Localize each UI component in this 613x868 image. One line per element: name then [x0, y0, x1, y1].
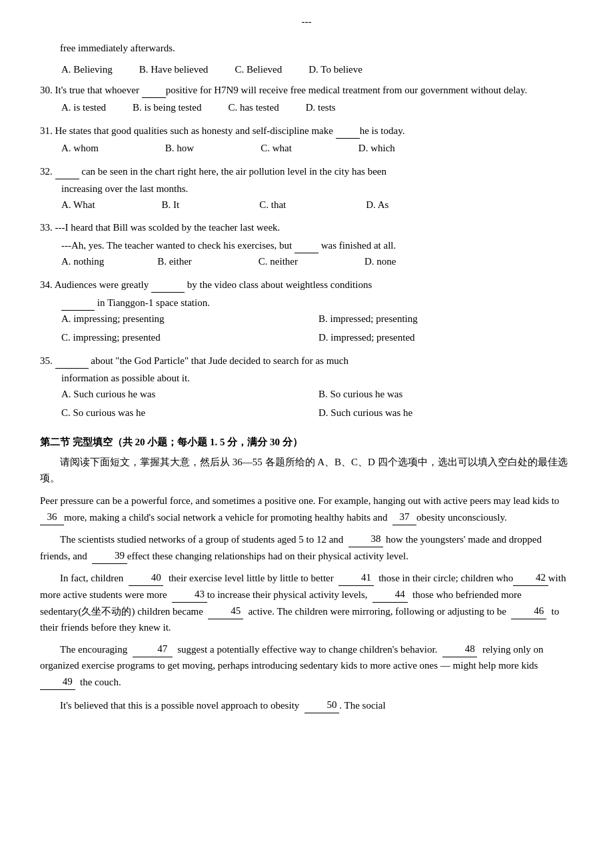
- question-33-options: A. nothing B. either C. neither D. none: [61, 253, 573, 269]
- option-30-d: D. tests: [306, 99, 336, 115]
- blank-47: 47: [133, 641, 173, 657]
- question-32-cont: increasing over the last months.: [61, 181, 573, 197]
- passage-para-1: Peer pressure can be a powerful force, a…: [40, 493, 573, 525]
- question-32-text: 32. can be seen in the chart right here,…: [40, 163, 573, 179]
- option-31-d: D. which: [358, 140, 395, 156]
- option-35-c: C. So curious was he: [61, 405, 316, 421]
- passage-para-4: The encouraging 47 suggest a potentially…: [40, 641, 573, 690]
- question-34-options: A. impressing; presenting B. impressed; …: [61, 311, 573, 345]
- section2-instruction: 请阅读下面短文，掌握其大意，然后从 36—55 各题所给的 A、B、C、D 四个…: [40, 454, 573, 486]
- question-33-text2: ---Ah, yes. The teacher wanted to check …: [61, 237, 573, 253]
- option-35-a: A. Such curious he was: [61, 386, 316, 402]
- option-d: D. To believe: [308, 61, 362, 77]
- passage-block: Peer pressure can be a powerful force, a…: [40, 493, 573, 713]
- blank-34b: [61, 294, 95, 311]
- option-33-b: B. either: [157, 253, 192, 269]
- question-34-cont: in Tianggon-1 space station.: [61, 294, 573, 311]
- blank-45: 45: [208, 603, 243, 619]
- option-c: C. Believed: [235, 61, 282, 77]
- section2-block: 第二节 完型填空（共 20 小题；每小题 1. 5 分，满分 30 分） 请阅读…: [40, 434, 573, 486]
- blank-38: 38: [348, 531, 384, 547]
- option-a: A. Believing: [61, 61, 113, 77]
- question-30: 30. It's true that whoever positive for …: [40, 81, 573, 115]
- blank-32: [55, 163, 79, 179]
- blank-40: 40: [129, 569, 164, 586]
- blank-30: [142, 81, 166, 98]
- blank-48: 48: [442, 641, 478, 657]
- option-30-c: C. has tested: [228, 99, 279, 115]
- option-32-a: A. What: [61, 197, 95, 213]
- option-33-c: C. neither: [259, 253, 298, 269]
- blank-39: 39: [92, 547, 127, 564]
- passage-para-3: In fact, children 40 their exercise leve…: [40, 569, 573, 635]
- option-34-a: A. impressing; presenting: [61, 311, 316, 327]
- option-33-a: A. nothing: [61, 253, 104, 269]
- question-31-text: 31. He states that good qualities such a…: [40, 122, 573, 139]
- option-30-a: A. is tested: [61, 99, 106, 115]
- passage-para-5: It's believed that this is a possible no…: [40, 697, 573, 713]
- option-32-d: D. As: [366, 197, 388, 213]
- option-31-b: B. how: [165, 140, 194, 156]
- option-b: B. Have believed: [139, 61, 209, 77]
- question-35-options: A. Such curious he was B. So curious he …: [61, 386, 573, 421]
- option-34-d: D. impressed; presented: [318, 329, 573, 345]
- blank-36: 36: [40, 509, 64, 525]
- blank-49: 49: [40, 673, 75, 690]
- option-34-b: B. impressed; presenting: [318, 311, 573, 327]
- blank-50: 50: [305, 697, 340, 713]
- blank-43: 43: [172, 586, 207, 603]
- intro-text: free immediately afterwards.: [40, 40, 573, 56]
- question-33: 33. ---I heard that Bill was scolded by …: [40, 219, 573, 269]
- option-33-d: D. none: [364, 253, 396, 269]
- question-31: 31. He states that good qualities such a…: [40, 122, 573, 156]
- option-32-b: B. It: [162, 197, 180, 213]
- question-34: 34. Audiences were greatly by the video …: [40, 276, 573, 345]
- page-separator: ---: [40, 13, 573, 29]
- option-35-b: B. So curious he was: [318, 386, 573, 402]
- blank-44: 44: [372, 586, 408, 603]
- question-30-options: A. is tested B. is being tested C. has t…: [61, 99, 573, 115]
- blank-46: 46: [511, 603, 546, 619]
- question-31-options: A. whom B. how C. what D. which: [61, 140, 573, 156]
- intro-options: A. Believing B. Have believed C. Believe…: [61, 61, 573, 77]
- option-35-d: D. Such curious was he: [318, 405, 573, 421]
- blank-31: [336, 122, 360, 139]
- option-32-c: C. that: [259, 197, 286, 213]
- option-31-c: C. what: [261, 140, 292, 156]
- question-32-options: A. What B. It C. that D. As: [61, 197, 573, 213]
- blank-37: 37: [392, 509, 416, 525]
- blank-42: 42: [513, 569, 548, 586]
- question-35: 35. about "the God Particle" that Jude d…: [40, 352, 573, 421]
- question-33-text1: 33. ---I heard that Bill was scolded by …: [40, 219, 573, 235]
- question-30-text: 30. It's true that whoever positive for …: [40, 81, 573, 98]
- question-34-text: 34. Audiences were greatly by the video …: [40, 276, 573, 293]
- option-34-c: C. impressing; presented: [61, 329, 316, 345]
- section2-title: 第二节 完型填空（共 20 小题；每小题 1. 5 分，满分 30 分）: [40, 434, 573, 450]
- question-35-cont: information as possible about it.: [61, 370, 573, 386]
- blank-41: 41: [338, 569, 374, 586]
- blank-34a: [151, 276, 185, 293]
- option-31-a: A. whom: [61, 140, 99, 156]
- option-30-b: B. is being tested: [133, 99, 201, 115]
- question-32: 32. can be seen in the chart right here,…: [40, 163, 573, 213]
- question-35-text: 35. about "the God Particle" that Jude d…: [40, 352, 573, 369]
- blank-33: [295, 237, 318, 253]
- blank-35: [55, 352, 89, 369]
- about-text: about: [91, 355, 113, 366]
- passage-para-2: The scientists studied networks of a gro…: [40, 531, 573, 564]
